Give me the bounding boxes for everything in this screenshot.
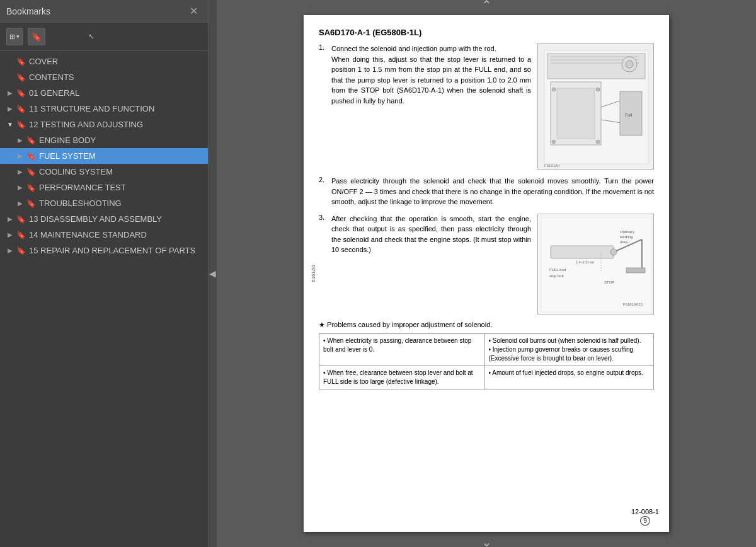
sidebar-item-label-14-maintenance: 14 MAINTENANCE STANDARD <box>29 230 147 239</box>
table-cell-1-2: • Solenoid coil burns out (when solenoid… <box>484 334 654 366</box>
bookmark-icon-fuel-system: 🔖 <box>25 152 37 161</box>
sidebar-item-11-structure[interactable]: 🔖 11 STRUCTURE AND FUNCTION <box>0 101 208 117</box>
svg-point-14 <box>596 88 600 91</box>
svg-text:FULL end: FULL end <box>549 268 566 272</box>
svg-text:working: working <box>619 235 633 239</box>
document-page: 6161A0 SA6D170-A-1 (EG580B-1L) 1. Connec… <box>304 15 669 532</box>
item-text-2: Pass electricity through the solenoid an… <box>331 176 654 207</box>
svg-rect-8 <box>557 88 595 139</box>
expand-icon-troubleshooting[interactable] <box>15 200 25 207</box>
table-cell-2-2: • Amount of fuel injected drops, so engi… <box>484 366 654 389</box>
content-mid-left: 3. After checking that the operation is … <box>319 214 531 314</box>
bookmark-icon: 🔖 <box>32 32 42 42</box>
sidebar-item-15-repair[interactable]: 🔖 15 REPAIR AND REPLACEMENT OF PARTS <box>0 243 208 258</box>
sidebar-item-label-engine-body: ENGINE BODY <box>39 135 96 145</box>
expand-icon-performance-test[interactable] <box>15 184 25 191</box>
sidebar-item-label-fuel-system: FUEL SYSTEM <box>39 151 96 161</box>
sidebar-item-label-12-testing: 12 TESTING AND ADJUSTING <box>29 120 143 129</box>
sidebar-header: Bookmarks ✕ <box>0 0 208 23</box>
star-text: ★ Problems caused by improper adjustment… <box>319 320 492 330</box>
page-circle-num: 9 <box>640 516 650 526</box>
expand-icon-engine-body[interactable] <box>15 137 25 144</box>
bookmark-icon-13-disassembly: 🔖 <box>15 215 26 224</box>
bookmark-icon-troubleshooting: 🔖 <box>25 199 37 208</box>
sidebar-item-contents[interactable]: 🔖 CONTENTS <box>0 69 208 85</box>
sidebar-item-fuel-system[interactable]: 🔖 FUEL SYSTEM <box>0 148 208 164</box>
sidebar-item-cover[interactable]: 🔖 COVER <box>0 54 208 69</box>
expand-icon-01-general[interactable] <box>5 89 15 96</box>
item-text-1: Connect the solenoid and injection pump … <box>331 43 531 106</box>
sidebar-item-label-contents: CONTENTS <box>29 72 74 82</box>
bookmark-icon-11-structure: 🔖 <box>15 105 26 113</box>
sidebar-item-label-performance-test: PERFORMANCE TEST <box>39 183 126 192</box>
bookmark-icon-engine-body: 🔖 <box>25 136 37 145</box>
numbered-item-3: 3. After checking that the operation is … <box>319 214 531 255</box>
bookmark-icon-12-testing: 🔖 <box>15 120 26 129</box>
item-num-3: 3. <box>319 214 331 255</box>
doc-title: SA6D170-A-1 (EG580B-1L) <box>319 28 654 37</box>
page-number: 12-008-1 <box>631 508 659 515</box>
svg-rect-19 <box>551 246 614 258</box>
expand-icon-fuel-system[interactable] <box>15 153 25 159</box>
diagram-bottom: STOP FULL end stop bolt Ordinary working… <box>537 214 654 314</box>
sidebar-item-label-13-disassembly: 13 DISASSEMBLY AND ASSEMBLY <box>29 214 162 224</box>
sidebar-item-troubleshooting[interactable]: 🔖 TROUBLESHOOTING <box>0 195 208 211</box>
12-testing-children: 🔖 ENGINE BODY 🔖 FUEL SYSTEM 🔖 COOLING SY… <box>0 132 208 211</box>
sidebar-item-14-maintenance[interactable]: 🔖 14 MAINTENANCE STANDARD <box>0 227 208 243</box>
page-nav-top[interactable]: ⌃ <box>304 0 669 13</box>
sidebar: Bookmarks ✕ ⊞ ▾ 🔖 ↖ 🔖 COVER 🔖 CONTENTS 🔖 <box>0 0 208 547</box>
expand-icon-12-testing[interactable] <box>5 121 15 128</box>
sidebar-item-label-01-general: 01 GENERAL <box>29 88 79 98</box>
expand-icon-14-maintenance[interactable] <box>5 231 15 238</box>
sidebar-item-label-troubleshooting: TROUBLESHOOTING <box>39 199 122 208</box>
table-cell-1-1: • When electricity is passing, clearance… <box>319 334 485 366</box>
sidebar-item-performance-test[interactable]: 🔖 PERFORMANCE TEST <box>0 180 208 195</box>
numbered-item-2: 2. Pass electricity through the solenoid… <box>319 176 654 207</box>
cursor-indicator: ↖ <box>88 32 94 41</box>
page-number-area: 12-008-1 9 <box>631 508 659 524</box>
diagram-bottom-svg: STOP FULL end stop bolt Ordinary working… <box>538 214 654 314</box>
svg-text:Ordinary: Ordinary <box>620 230 634 234</box>
svg-point-6 <box>626 60 633 68</box>
content-mid-layout: 3. After checking that the operation is … <box>319 214 654 314</box>
dropdown-arrow-icon: ▾ <box>16 33 20 40</box>
sidebar-item-label-15-repair: 15 REPAIR AND REPLACEMENT OF PARTS <box>29 246 195 255</box>
close-icon[interactable]: ✕ <box>186 4 202 18</box>
svg-rect-23 <box>626 268 645 273</box>
collapse-sidebar-handle[interactable]: ◀ <box>208 0 217 547</box>
bookmark-icon-14-maintenance: 🔖 <box>15 231 26 239</box>
table-cell-2-1: • When free, clearance between stop leve… <box>319 366 485 389</box>
svg-text:F6161A025: F6161A025 <box>623 302 643 306</box>
numbered-item-1: 1. Connect the solenoid and injection pu… <box>319 43 531 106</box>
svg-text:F6161A0: F6161A0 <box>544 164 560 168</box>
expand-icon-11-structure[interactable] <box>5 105 15 112</box>
sidebar-item-label-cooling-system: COOLING SYSTEM <box>39 167 113 176</box>
sidebar-item-cooling-system[interactable]: 🔖 COOLING SYSTEM <box>0 164 208 180</box>
bookmark-button[interactable]: 🔖 <box>28 28 45 45</box>
page-area: ⌃ 6161A0 SA6D170-A-1 (EG580B-1L) 1. Conn… <box>217 0 756 547</box>
content-mid-right: STOP FULL end stop bolt Ordinary working… <box>537 214 654 314</box>
sidebar-item-label-cover: COVER <box>29 57 58 66</box>
svg-text:Full: Full <box>625 113 633 117</box>
svg-point-13 <box>552 88 556 91</box>
sidebar-item-engine-body[interactable]: 🔖 ENGINE BODY <box>0 132 208 148</box>
sidebar-toolbar: ⊞ ▾ 🔖 ↖ <box>0 23 208 51</box>
bookmark-icon-01-general: 🔖 <box>15 89 26 98</box>
table-row-2: • When free, clearance between stop leve… <box>319 366 654 389</box>
page-nav-bottom[interactable]: ⌄ <box>304 534 669 547</box>
bookmark-icon-cover: 🔖 <box>15 57 26 66</box>
sidebar-item-12-testing[interactable]: 🔖 12 TESTING AND ADJUSTING <box>0 117 208 132</box>
sidebar-item-01-general[interactable]: 🔖 01 GENERAL <box>0 85 208 101</box>
expand-icon-13-disassembly[interactable] <box>5 216 15 222</box>
item-text-3: After checking that the operation is smo… <box>331 214 531 255</box>
sidebar-item-13-disassembly[interactable]: 🔖 13 DISASSEMBLY AND ASSEMBLY <box>0 211 208 227</box>
table-row-1: • When electricity is passing, clearance… <box>319 334 654 366</box>
expand-all-button[interactable]: ⊞ ▾ <box>6 28 23 45</box>
content-left: 1. Connect the solenoid and injection pu… <box>319 43 531 170</box>
expand-icon-cooling-system[interactable] <box>15 168 25 175</box>
svg-point-15 <box>552 140 556 144</box>
diagram-top: Full F6161A0 <box>537 43 654 170</box>
svg-text:stop bolt: stop bolt <box>549 274 564 278</box>
item-num-1: 1. <box>319 43 331 106</box>
expand-icon-15-repair[interactable] <box>5 247 15 254</box>
